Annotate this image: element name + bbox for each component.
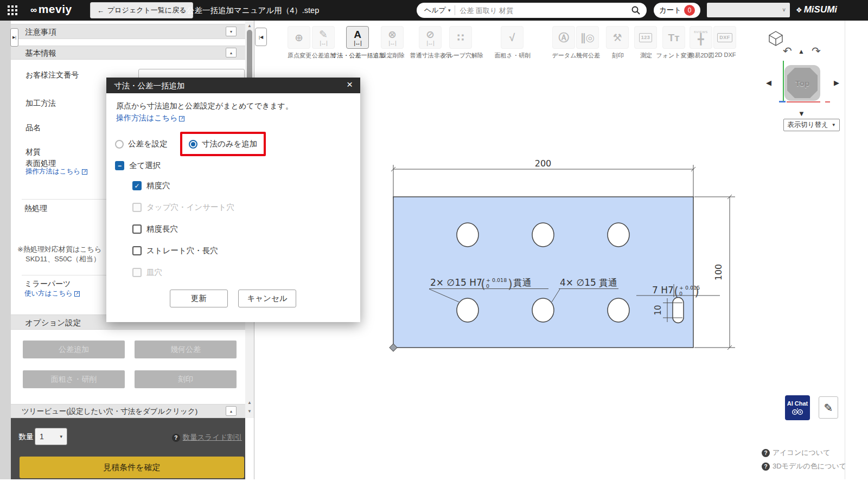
toolbar-item[interactable]: ∷ グループ穴解除 xyxy=(449,26,475,61)
field-label-material: 材質 xyxy=(25,147,41,157)
toolbar-item[interactable]: ⊗ |↔| 設定削除 xyxy=(381,26,405,61)
hole-type-checkbox[interactable] xyxy=(132,268,142,277)
hole-type-checkbox[interactable] xyxy=(132,181,142,190)
toolbar-item[interactable]: ⚒ 刻印 xyxy=(606,26,630,61)
svg-text:(: ( xyxy=(481,277,486,291)
option-button[interactable]: 刻印 xyxy=(135,370,237,388)
radio-dimension-only-label[interactable]: 寸法のみを追加 xyxy=(202,139,258,149)
radio-tolerance-label[interactable]: 公差を設定 xyxy=(128,139,168,149)
cart-count-badge: 0 xyxy=(684,5,695,16)
hole-type-row[interactable]: 皿穴 xyxy=(132,267,234,278)
view-right-icon[interactable]: ▶ xyxy=(834,79,839,86)
option-button[interactable]: 面粗さ・研削 xyxy=(23,370,125,388)
tol-2x-lower: 0 xyxy=(486,283,489,289)
help-link[interactable]: ? アイコンについて xyxy=(762,448,846,458)
tool-icon: DXF xyxy=(713,26,736,49)
tool-icon: ✎ |↔| xyxy=(312,26,335,49)
rotate-left-icon[interactable]: ↶ xyxy=(783,46,792,56)
cube-icon[interactable] xyxy=(768,30,783,47)
hole-type-checkbox[interactable] xyxy=(132,224,142,234)
canvas-help-links: ? アイコンについて ? 3Dモデルの色について xyxy=(762,448,846,471)
mode-radio-group: 公差を設定 寸法のみを追加 xyxy=(115,132,266,156)
surface-help-link[interactable]: 操作方法はこちら↗ xyxy=(25,167,87,176)
misumi-logo: ❖ MiSUMi xyxy=(796,4,837,15)
confirm-quote-button[interactable]: 見積条件を確定 xyxy=(20,457,244,478)
scroll-down-icon[interactable]: ▼ xyxy=(245,407,254,415)
note-2x: 2× ∅15 H7 xyxy=(430,277,482,288)
back-to-projects-button[interactable]: ← プロジェクト一覧に戻る xyxy=(90,2,193,18)
collapse-toggle-icon[interactable]: ▴ xyxy=(226,48,237,57)
update-button[interactable]: 更新 xyxy=(170,290,228,307)
collapse-toggle-icon[interactable]: ▾ xyxy=(226,27,237,36)
question-icon: ? xyxy=(762,449,770,457)
select-all-checkbox[interactable] xyxy=(115,161,124,170)
view-cube-face[interactable]: Top xyxy=(787,68,818,98)
display-switch-button[interactable]: 表示切り替え▼ xyxy=(783,119,840,131)
hole-type-row[interactable]: タップ穴・インサート穴 xyxy=(132,202,234,213)
quantity-select[interactable]: 1▾ xyxy=(35,428,67,445)
app-launcher-icon[interactable] xyxy=(8,5,17,15)
toolbar-item[interactable]: Tт フォント変更 xyxy=(662,26,686,61)
hole-type-checkbox[interactable] xyxy=(132,203,142,212)
mirror-help-link[interactable]: 使い方はこちら↗ xyxy=(24,289,80,298)
help-link[interactable]: ? 3Dモデルの色について xyxy=(762,461,846,471)
hole-type-row[interactable]: ストレート穴・長穴 xyxy=(132,246,234,256)
toolbar-item[interactable]: ⊘ |↔| 普通寸法非表示 xyxy=(419,26,443,61)
dialog-title-bar[interactable]: 寸法・公差一括追加 × xyxy=(106,78,360,93)
hole-type-row[interactable]: 精度穴 xyxy=(132,181,234,191)
select-all-row[interactable]: 全て選択 xyxy=(115,160,161,171)
panel-collapse-button[interactable]: |◀ xyxy=(255,28,267,46)
option-button[interactable]: 公差追加 xyxy=(23,341,125,358)
rotate-right-icon[interactable]: ↷ xyxy=(812,46,821,56)
axis-y-green xyxy=(783,61,784,102)
section-header-notice[interactable]: 注意事項 ▾ xyxy=(11,24,245,39)
radio-dimension-only[interactable] xyxy=(189,140,197,149)
search-input[interactable] xyxy=(455,7,631,15)
cancel-button[interactable]: キャンセル xyxy=(238,290,296,307)
external-link-icon: ↗ xyxy=(82,169,87,175)
axis-z-blue xyxy=(779,101,786,102)
canvas-right-divider xyxy=(845,21,845,479)
search-icon[interactable] xyxy=(631,6,640,15)
toolbar-item[interactable]: ∥◎ 幾何公差 xyxy=(576,26,600,61)
tilt-up-icon[interactable]: ▲ xyxy=(798,48,805,55)
meviy-logo[interactable]: ∞meviy xyxy=(30,3,72,16)
dim-width-label: 200 xyxy=(535,158,552,169)
section-header-tree[interactable]: ツリービュー(設定したい穴・寸法をダブルクリック) ▴ xyxy=(11,404,245,418)
toolbar-item[interactable]: DXF 2D DXF xyxy=(713,26,737,61)
toolbar-item[interactable]: 6VIEWS ╋ 簡易2D図 xyxy=(690,26,713,61)
dialog-buttons: 更新 キャンセル xyxy=(170,290,296,307)
section-header-basic[interactable]: 基本情報 ▴ xyxy=(11,46,245,60)
tool-icon: Tт xyxy=(662,26,685,49)
chevron-down-icon: ▾ xyxy=(60,434,62,439)
toolbar-item[interactable]: ⊕ 原点変更 xyxy=(288,26,311,61)
collapse-toggle-icon[interactable]: ▴ xyxy=(226,406,237,416)
toolbar-item[interactable]: A |↔| 寸法・公差一括追加 xyxy=(346,26,370,61)
scroll-up-icon[interactable]: ▲ xyxy=(245,22,254,29)
view-left-icon[interactable]: ◀ xyxy=(766,79,771,86)
quantity-discount-link[interactable]: ? 数量スライド割引 xyxy=(172,433,242,442)
panel-expand-handle[interactable]: ▶| xyxy=(10,28,18,47)
chevron-down-icon: ▼ xyxy=(832,123,836,127)
dialog-help-link[interactable]: 操作方法はこちら↗ xyxy=(116,113,184,123)
ai-chat-button[interactable]: AI Chat xyxy=(785,395,810,420)
memo-button[interactable]: ✎ xyxy=(819,396,838,419)
help-dropdown[interactable]: ヘルプ▾ xyxy=(417,5,455,15)
cart-button[interactable]: カート 0 xyxy=(654,3,700,18)
close-icon[interactable]: × xyxy=(344,79,355,91)
scroll-up-icon[interactable]: ▲ xyxy=(245,399,254,406)
language-select[interactable]: ˅ xyxy=(707,3,790,17)
tool-icon: A |↔| xyxy=(346,26,369,49)
hole-type-row[interactable]: 精度長穴 xyxy=(132,224,234,234)
slot xyxy=(673,298,684,323)
toolbar-item[interactable]: 123 測定 xyxy=(634,26,658,61)
hole-type-checkbox[interactable] xyxy=(132,246,142,255)
toolbar-item[interactable]: √ 面粗さ・研削 xyxy=(501,26,525,61)
option-button[interactable]: 幾何公差 xyxy=(135,341,237,358)
axis-x-red-dash xyxy=(825,101,830,102)
heat-note-line2: SKD11、S50C（相当） xyxy=(25,254,100,264)
view-down-icon[interactable]: ▼ xyxy=(798,110,805,117)
radio-tolerance[interactable] xyxy=(115,140,124,149)
view-cube[interactable]: Top xyxy=(784,65,820,101)
toolbar-item[interactable]: Ⓐ データム xyxy=(552,26,576,61)
